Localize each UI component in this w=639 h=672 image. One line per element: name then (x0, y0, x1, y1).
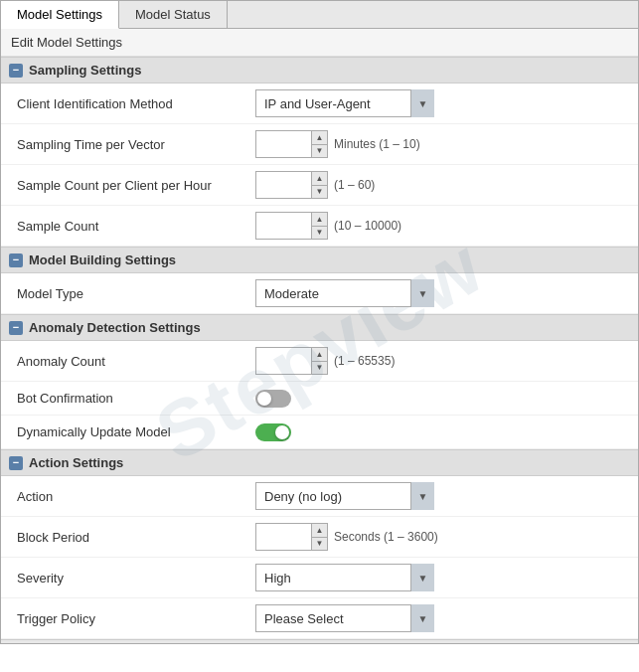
sample-count-spin-btns: ▲ ▼ (311, 213, 327, 239)
model-building-section-header: Model Building Settings (1, 247, 638, 273)
action-section-header: Action Settings (1, 449, 638, 476)
sampling-time-label: Sampling Time per Vector (17, 137, 255, 152)
trigger-policy-select-wrap: Please Select ▼ (255, 604, 434, 632)
anomaly-count-down[interactable]: ▼ (312, 362, 327, 375)
sample-count-client-spin-btns: ▲ ▼ (311, 172, 327, 198)
anomaly-count-spin-btns: ▲ ▼ (311, 348, 327, 374)
block-period-hint: Seconds (1 – 3600) (334, 530, 438, 544)
sample-count-control: 1000 ▲ ▼ (10 – 10000) (255, 212, 628, 240)
anomaly-collapse-icon[interactable] (9, 321, 23, 335)
dynamic-update-label: Dynamically Update Model (17, 424, 255, 439)
anomaly-count-control: 3 ▲ ▼ (1 – 65535) (255, 347, 628, 375)
sample-count-client-hint: (1 – 60) (334, 178, 375, 192)
sample-count-row: Sample Count 1000 ▲ ▼ (10 – 10000) (1, 206, 638, 247)
sampling-time-spinbox: 5 ▲ ▼ (255, 130, 328, 158)
bot-confirmation-thumb (257, 392, 271, 406)
client-id-label: Client Identification Method (17, 96, 255, 111)
sampling-time-input[interactable]: 5 (256, 131, 311, 157)
action-select[interactable]: Deny (no log) Deny (log) Monitor (255, 482, 434, 510)
sampling-time-control: 5 ▲ ▼ Minutes (1 – 10) (255, 130, 628, 158)
severity-row: Severity Low Medium High Critical ▼ (1, 558, 638, 598)
dynamic-update-toggle[interactable] (255, 423, 291, 441)
sample-count-down[interactable]: ▼ (312, 227, 327, 240)
trigger-policy-select[interactable]: Please Select (255, 604, 434, 632)
sampling-time-spin-btns: ▲ ▼ (311, 131, 327, 157)
trigger-policy-row: Trigger Policy Please Select ▼ (1, 598, 638, 639)
sample-count-input[interactable]: 1000 (256, 213, 311, 239)
sample-count-up[interactable]: ▲ (312, 213, 327, 227)
bot-confirmation-label: Bot Confirmation (17, 391, 255, 406)
model-building-collapse-icon[interactable] (9, 253, 23, 267)
anomaly-count-input[interactable]: 3 (256, 348, 311, 374)
collapse-icon[interactable] (9, 64, 23, 78)
sampling-time-row: Sampling Time per Vector 5 ▲ ▼ Minutes (… (1, 124, 638, 165)
client-id-select[interactable]: IP and User-Agent IP Only User-Agent Onl… (255, 89, 434, 117)
block-period-spinbox: 60 ▲ ▼ (255, 523, 328, 551)
dynamic-update-row: Dynamically Update Model (1, 416, 638, 449)
client-id-row: Client Identification Method IP and User… (1, 84, 638, 124)
client-id-control: IP and User-Agent IP Only User-Agent Onl… (255, 89, 628, 117)
sample-count-hint: (10 – 10000) (334, 219, 401, 233)
sample-count-client-control: 3 ▲ ▼ (1 – 60) (255, 171, 628, 199)
tab-bar: Model Settings Model Status (1, 1, 638, 29)
sampling-time-hint: Minutes (1 – 10) (334, 137, 420, 151)
block-period-label: Block Period (17, 530, 255, 545)
block-period-row: Block Period 60 ▲ ▼ Seconds (1 – 3600) (1, 517, 638, 558)
model-type-label: Model Type (17, 286, 255, 301)
bottom-bar (1, 639, 638, 643)
sampling-section-header: Sampling Settings (1, 57, 638, 84)
severity-select-wrap: Low Medium High Critical ▼ (255, 564, 434, 591)
block-period-control: 60 ▲ ▼ Seconds (1 – 3600) (255, 523, 628, 551)
anomaly-section-header: Anomaly Detection Settings (1, 314, 638, 341)
action-row: Action Deny (no log) Deny (log) Monitor … (1, 476, 638, 517)
sample-count-client-label: Sample Count per Client per Hour (17, 178, 255, 193)
sampling-time-down[interactable]: ▼ (312, 145, 327, 158)
anomaly-count-spinbox: 3 ▲ ▼ (255, 347, 328, 375)
bot-confirmation-row: Bot Confirmation (1, 382, 638, 416)
sample-count-client-row: Sample Count per Client per Hour 3 ▲ ▼ (… (1, 165, 638, 206)
sample-count-client-input[interactable]: 3 (256, 172, 311, 198)
bot-confirmation-control (255, 390, 628, 408)
sample-count-client-spinbox: 3 ▲ ▼ (255, 171, 328, 199)
dynamic-update-thumb (275, 425, 289, 439)
model-type-control: Low Moderate High ▼ (255, 279, 628, 307)
action-label: Action (17, 489, 255, 504)
trigger-policy-label: Trigger Policy (17, 611, 255, 626)
bot-confirmation-toggle[interactable] (255, 390, 291, 408)
model-type-row: Model Type Low Moderate High ▼ (1, 273, 638, 314)
edit-header: Edit Model Settings (1, 29, 638, 57)
action-control: Deny (no log) Deny (log) Monitor ▼ (255, 482, 628, 510)
block-period-up[interactable]: ▲ (312, 524, 327, 538)
block-period-spin-btns: ▲ ▼ (311, 524, 327, 550)
dynamic-update-control (255, 423, 628, 441)
sample-count-spinbox: 1000 ▲ ▼ (255, 212, 328, 240)
block-period-input[interactable]: 60 (256, 524, 311, 550)
severity-select[interactable]: Low Medium High Critical (255, 564, 434, 591)
anomaly-count-row: Anomaly Count 3 ▲ ▼ (1 – 65535) (1, 341, 638, 382)
action-collapse-icon[interactable] (9, 456, 23, 470)
severity-control: Low Medium High Critical ▼ (255, 564, 628, 591)
action-select-wrap: Deny (no log) Deny (log) Monitor ▼ (255, 482, 434, 510)
model-type-select[interactable]: Low Moderate High (255, 279, 434, 307)
sample-count-client-up[interactable]: ▲ (312, 172, 327, 186)
client-id-select-wrap: IP and User-Agent IP Only User-Agent Onl… (255, 89, 434, 117)
model-type-select-wrap: Low Moderate High ▼ (255, 279, 434, 307)
sample-count-label: Sample Count (17, 219, 255, 234)
block-period-down[interactable]: ▼ (312, 538, 327, 551)
anomaly-count-hint: (1 – 65535) (334, 354, 395, 368)
trigger-policy-control: Please Select ▼ (255, 604, 628, 632)
sample-count-client-down[interactable]: ▼ (312, 186, 327, 199)
tab-model-settings[interactable]: Model Settings (1, 1, 119, 29)
anomaly-count-up[interactable]: ▲ (312, 348, 327, 362)
anomaly-count-label: Anomaly Count (17, 354, 255, 369)
severity-label: Severity (17, 571, 255, 586)
sampling-time-up[interactable]: ▲ (312, 131, 327, 145)
tab-model-status[interactable]: Model Status (119, 1, 228, 28)
